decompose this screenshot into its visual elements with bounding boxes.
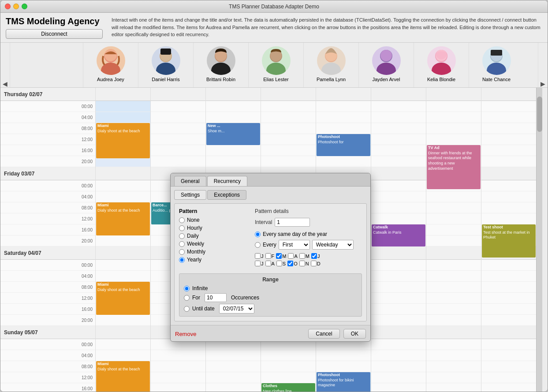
disconnect-button[interactable]: Disconnect [6,29,103,39]
until-label: Until date [192,306,215,312]
interval-input[interactable] [275,218,310,227]
radio-until[interactable] [184,306,190,312]
info-text: Interact with one of the items and chang… [112,16,542,38]
range-title: Range [184,276,357,283]
month-M2[interactable]: M [299,253,309,259]
pattern-yearly-label: Yearly [187,257,201,263]
sub-tab-exceptions[interactable]: Exceptions [207,190,246,200]
app-title-section: TMS Modeling Agency Disconnect [6,16,103,39]
app-header: TMS Modeling Agency Disconnect Interact … [0,13,548,43]
month-D[interactable]: D [311,261,321,266]
range-for[interactable]: For Occurences [184,293,357,302]
pattern-radio-group: None Hourly Daily Weekl [179,217,250,263]
remove-button[interactable]: Remove [175,331,196,337]
pattern-monthly[interactable]: Monthly [179,249,250,255]
window-controls [5,4,27,9]
cancel-button[interactable]: Cancel [308,329,339,339]
every-same-day-text: Every same day of the year [263,231,327,237]
month-J1[interactable]: J [255,253,264,259]
weekday-select[interactable]: Weekday Monday Tuesday Wednesday Thursda… [312,240,354,250]
range-section: Range Infinite For Occu [179,273,362,317]
infinite-label: Infinite [192,285,208,291]
dialog-overlay: General Recurrency Settings Exceptions P… [0,43,548,392]
month-A2[interactable]: A [265,261,275,266]
main-window: TMS Planner Database Adapter Demo TMS Mo… [0,0,548,392]
every-first-row: Every First Second Third Fourth Last [255,240,362,250]
for-input[interactable] [205,293,227,302]
month-O[interactable]: O [287,261,298,266]
footer-buttons: Cancel OK [308,329,366,339]
first-select[interactable]: First Second Third Fourth Last [279,240,310,250]
every-same-day-label[interactable]: Every same day of the year [255,231,362,237]
every-same-day-row: Every same day of the year [255,231,362,237]
pattern-monthly-label: Monthly [187,249,205,255]
pattern-details-label: Pattern details [255,208,362,214]
pattern-weekly[interactable]: Weekly [179,241,250,247]
pattern-hourly[interactable]: Hourly [179,225,250,231]
dialog-content: Pattern None Hourly Daily [174,203,367,321]
for-label: For [192,295,200,301]
sub-tab-settings[interactable]: Settings [174,190,206,200]
month-J3[interactable]: J [255,261,264,266]
month-A1[interactable]: A [288,253,297,259]
dialog-sub-tabs: Settings Exceptions [174,190,367,200]
tab-recurrency[interactable]: Recurrency [207,176,247,186]
radio-infinite[interactable] [184,286,190,291]
close-button[interactable] [5,4,11,9]
until-date-select[interactable]: 02/07/15 [219,304,254,314]
calendar-area: ◀ Audrea Joey Daniel Harris [0,43,548,392]
occurrences-label: Occurences [231,295,259,301]
range-until[interactable]: Until date 02/07/15 [184,304,357,314]
interval-label: Interval [255,219,272,225]
app-title: TMS Modeling Agency [6,16,103,26]
pattern-yearly[interactable]: Yearly [179,257,250,263]
every-label: Every [263,242,276,248]
tab-general[interactable]: General [174,176,206,186]
pattern-label: Pattern [179,208,250,214]
recurrency-dialog: General Recurrency Settings Exceptions P… [170,173,371,342]
maximize-button[interactable] [22,4,27,9]
window-title: TMS Planner Database Adapter Demo [229,4,319,10]
month-F[interactable]: F [265,253,275,259]
month-M1[interactable]: M [276,253,286,259]
interval-row: Interval [255,218,362,227]
range-infinite[interactable]: Infinite [184,285,357,291]
pattern-col: Pattern None Hourly Daily [179,208,250,270]
month-S[interactable]: S [276,261,286,266]
radio-every-first[interactable] [255,242,261,248]
title-bar: TMS Planner Database Adapter Demo [0,0,548,13]
radio-for[interactable] [184,295,190,301]
radio-every-same-day[interactable] [255,231,261,237]
pattern-area: Pattern None Hourly Daily [179,208,362,270]
month-checkboxes-row1: J F M A M J [255,253,362,259]
month-J2[interactable]: J [311,253,320,259]
dialog-footer: Remove Cancel OK [171,325,370,341]
minimize-button[interactable] [13,4,19,9]
dialog-body: Settings Exceptions Pattern None [171,187,370,325]
month-checkboxes-row2: J A S O N D [255,261,362,266]
pattern-details-col: Pattern details Interval Every sa [255,208,362,270]
range-options: Infinite For Occurences [184,285,357,314]
pattern-daily[interactable]: Daily [179,233,250,239]
month-N[interactable]: N [299,261,309,266]
pattern-none[interactable]: None [179,217,250,223]
dialog-tabs: General Recurrency [171,173,370,187]
ok-button[interactable]: OK [343,329,366,339]
